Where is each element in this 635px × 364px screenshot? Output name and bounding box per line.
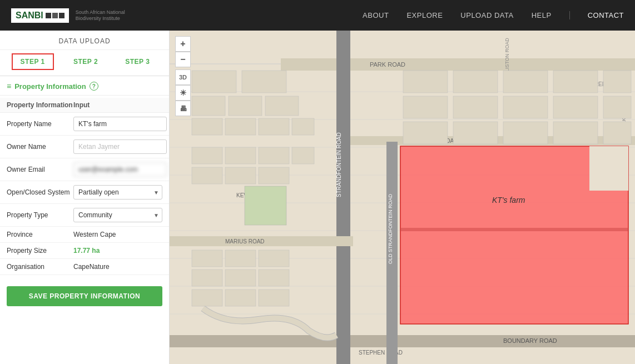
sun-button[interactable]: ☀ (175, 85, 191, 101)
svg-rect-46 (245, 186, 286, 225)
svg-text:PARK ROAD: PARK ROAD (370, 61, 405, 68)
map-container[interactable]: PARK ROAD BOUNDARY ROAD STEPHEN ROAD KOA… (170, 31, 635, 364)
map-svg: PARK ROAD BOUNDARY ROAD STEPHEN ROAD KOA… (170, 31, 635, 364)
label-owner-email: Owner Email (7, 166, 73, 173)
list-icon: ≡ (7, 82, 11, 91)
nav-upload-data[interactable]: UPLOAD DATA (460, 11, 513, 19)
svg-rect-73 (603, 122, 631, 144)
main-layout: DATA UPLOAD STEP 1 STEP 2 STEP 3 ≡ Prope… (0, 31, 635, 364)
svg-rect-54 (225, 290, 256, 306)
select-open-closed[interactable]: Open Partially open Closed (73, 185, 162, 200)
svg-text:BOUNDARY ROAD: BOUNDARY ROAD (503, 337, 557, 344)
svg-rect-69 (403, 122, 448, 144)
section-title: ≡ Property Information ? (0, 76, 169, 96)
input-property-name[interactable] (73, 117, 167, 131)
svg-rect-60 (453, 71, 498, 93)
svg-rect-30 (192, 71, 236, 93)
svg-rect-31 (242, 71, 286, 93)
navbar-links: ABOUT EXPLORE UPLOAD DATA HELP CONTACT (363, 11, 624, 19)
label-open-closed: Open/Closed System (7, 188, 73, 196)
svg-rect-41 (259, 147, 289, 164)
svg-rect-63 (603, 71, 631, 93)
select-wrapper-open-closed: Open Partially open Closed ▼ (73, 185, 162, 200)
logo-sq-1 (46, 13, 51, 18)
field-owner-name: Owner Name (0, 136, 169, 158)
3d-button[interactable]: 3D (175, 69, 191, 85)
label-organisation: Organisation (7, 263, 73, 271)
select-property-type[interactable]: Community Private Public (73, 208, 162, 222)
input-owner-name[interactable] (73, 139, 167, 154)
step-1[interactable]: STEP 1 (12, 53, 54, 70)
save-property-button[interactable]: SAVE PROPERTY INFORMATION (7, 286, 162, 306)
svg-rect-68 (603, 96, 631, 118)
svg-rect-48 (225, 250, 256, 267)
logo-squares (46, 13, 65, 18)
label-property-name: Property Name (7, 120, 73, 128)
form-header-row: Property Information Input (0, 98, 169, 113)
col-header-input: Input (73, 101, 90, 109)
nav-explore[interactable]: EXPLORE (406, 11, 443, 19)
logo: SANBI South African National Biodiversit… (11, 8, 142, 23)
svg-text:STRANDFONTEIN ROAD: STRANDFONTEIN ROAD (336, 132, 342, 197)
field-property-name: Property Name (0, 113, 169, 136)
svg-rect-57 (589, 146, 628, 191)
svg-rect-34 (265, 96, 299, 116)
svg-rect-49 (259, 250, 289, 267)
svg-rect-35 (192, 118, 222, 135)
zoom-out-button[interactable]: − (175, 52, 191, 67)
svg-rect-62 (553, 71, 598, 93)
svg-rect-12 (281, 58, 635, 71)
zoom-in-button[interactable]: + (175, 36, 191, 52)
svg-rect-14 (170, 335, 635, 347)
svg-rect-43 (192, 167, 222, 184)
svg-rect-47 (192, 250, 222, 267)
logo-text: SANBI (16, 11, 43, 21)
value-province: Western Cape (73, 231, 162, 238)
svg-rect-39 (192, 147, 222, 164)
svg-rect-67 (553, 96, 598, 118)
svg-rect-58 (400, 228, 628, 231)
label-property-size: Property Size (7, 247, 73, 255)
svg-rect-32 (192, 96, 225, 116)
field-open-closed: Open/Closed System Open Partially open C… (0, 181, 169, 204)
label-province: Province (7, 231, 73, 238)
form-table: Property Information Input Property Name… (0, 96, 169, 277)
svg-rect-52 (259, 270, 289, 286)
svg-rect-51 (225, 270, 256, 286)
logo-box: SANBI (11, 8, 69, 23)
nav-about[interactable]: ABOUT (363, 11, 389, 19)
input-owner-email[interactable] (73, 162, 167, 177)
step-2[interactable]: STEP 2 (66, 53, 106, 70)
print-button[interactable]: 🖶 (175, 101, 191, 116)
logo-sq-2 (52, 13, 58, 18)
select-wrapper-property-type: Community Private Public ▼ (73, 208, 162, 222)
svg-rect-71 (503, 122, 548, 144)
svg-rect-61 (503, 71, 548, 93)
svg-rect-40 (225, 147, 256, 164)
svg-rect-37 (259, 118, 289, 135)
svg-rect-72 (553, 122, 598, 144)
svg-rect-38 (292, 118, 314, 135)
svg-rect-36 (225, 118, 256, 135)
sidebar: DATA UPLOAD STEP 1 STEP 2 STEP 3 ≡ Prope… (0, 31, 170, 364)
data-upload-header: DATA UPLOAD (0, 31, 169, 50)
nav-help[interactable]: HELP (532, 11, 552, 19)
field-property-type: Property Type Community Private Public ▼ (0, 204, 169, 227)
steps-bar: STEP 1 STEP 2 STEP 3 (0, 50, 169, 76)
help-circle-icon[interactable]: ? (90, 82, 98, 91)
svg-text:MARIUS ROAD: MARIUS ROAD (225, 238, 265, 245)
svg-rect-42 (292, 147, 314, 164)
nav-contact[interactable]: CONTACT (569, 11, 624, 19)
label-property-type: Property Type (7, 211, 73, 219)
logo-subtitle: South African National Biodiversity Inst… (76, 9, 142, 22)
navbar: SANBI South African National Biodiversit… (0, 0, 635, 31)
step-3[interactable]: STEP 3 (117, 53, 157, 70)
field-province: Province Western Cape (0, 227, 169, 243)
svg-text:IVAN ROAD: IVAN ROAD (170, 120, 171, 147)
col-header-label: Property Information (7, 101, 73, 109)
svg-rect-33 (229, 96, 262, 116)
map-property-label: KT's farm (492, 196, 525, 205)
svg-rect-53 (192, 290, 222, 306)
svg-rect-59 (403, 71, 448, 93)
field-organisation: Organisation CapeNature (0, 259, 169, 275)
